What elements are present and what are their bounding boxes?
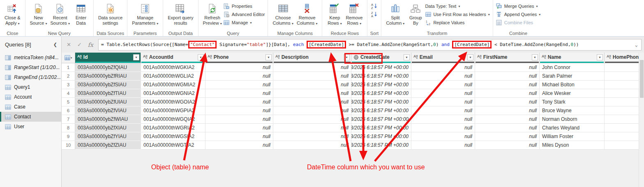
remove-rows-button[interactable]: RemoveRows ▾: [344, 1, 364, 27]
filter-dropdown-button[interactable]: ▼: [133, 54, 139, 60]
cell-homephone[interactable]: [605, 81, 644, 89]
cell-homephone[interactable]: [605, 98, 644, 106]
cell-createddate[interactable]: 2/23/2026 6:18:57 PM +00:00: [351, 124, 411, 132]
cell-name[interactable]: John Connor: [540, 63, 605, 72]
cell-homephone[interactable]: [605, 115, 644, 124]
split-column-button[interactable]: SplitColumn ▾: [384, 1, 406, 27]
cell-description[interactable]: null: [273, 98, 351, 106]
column-header-description[interactable]: ABCDescription▼: [273, 53, 351, 63]
column-header-homephone[interactable]: ABCHomePhone▼: [605, 53, 644, 63]
data-source-settings-button[interactable]: Data sourcesettings: [97, 1, 124, 27]
cell-firstname[interactable]: null: [475, 132, 540, 141]
cell-name[interactable]: Sarah Palmer: [540, 72, 605, 81]
cell-firstname[interactable]: null: [475, 106, 540, 115]
cell-id[interactable]: 003As00000ybZfYIAU: [75, 132, 141, 141]
cell-createddate[interactable]: 2/23/2026 6:18:57 PM +00:00: [351, 81, 411, 89]
remove-columns-button[interactable]: RemoveColumns ▾: [295, 1, 319, 27]
filter-dropdown-button[interactable]: ▼: [265, 54, 272, 60]
formula-expand-icon[interactable]: ⌄: [635, 42, 638, 48]
cell-homephone[interactable]: [605, 141, 644, 150]
cell-id[interactable]: 003As00000ybZfUIAU: [75, 98, 141, 106]
filter-dropdown-button[interactable]: ▼: [404, 54, 410, 60]
cell-accountid[interactable]: 001As00000thWGSIA2: [141, 132, 205, 141]
replace-values-button[interactable]: 12 Replace Values: [425, 19, 464, 26]
cell-phone[interactable]: null: [205, 132, 273, 141]
cell-accountid[interactable]: 001As00000thWGNIA2: [141, 89, 205, 98]
formula-input[interactable]: = Table.SelectRows(Source{[Name="Contact…: [98, 39, 642, 51]
cell-accountid[interactable]: 001As00000thWGOIA2: [141, 98, 205, 106]
cell-name[interactable]: Norman Osborn: [540, 115, 605, 124]
cell-email[interactable]: null: [411, 115, 475, 124]
sort-descending-button[interactable]: ZA: [371, 11, 377, 17]
refresh-preview-button[interactable]: RefreshPreview ▾: [201, 1, 224, 27]
cell-id[interactable]: 003As00000ybZfVIAU: [75, 106, 141, 115]
export-query-results-button[interactable]: Export queryresults: [166, 1, 195, 27]
append-queries-button[interactable]: Append Queries ▾: [496, 11, 541, 18]
cell-firstname[interactable]: null: [475, 72, 540, 81]
cell-email[interactable]: null: [411, 132, 475, 141]
cell-homephone[interactable]: [605, 63, 644, 72]
vertical-scrollbar[interactable]: [639, 53, 644, 187]
cell-accountid[interactable]: 001As00000thWGLIA2: [141, 72, 205, 81]
cell-id[interactable]: 003As00000ybZfWIAU: [75, 115, 141, 124]
use-first-row-as-headers-button[interactable]: Use First Row as Headers ▾: [425, 11, 489, 18]
cell-name[interactable]: Miles Dyson: [540, 141, 605, 150]
data-type-button[interactable]: Data Type: Text ▾: [425, 3, 460, 9]
sidebar-item-rangeend-1-1-202[interactable]: RangeEnd (1/1/202...: [0, 72, 61, 82]
properties-button[interactable]: Properties: [224, 3, 252, 9]
cell-phone[interactable]: null: [205, 141, 273, 150]
column-header-firstname[interactable]: ABCFirstName▼: [475, 53, 540, 63]
sidebar-item-case[interactable]: Case: [0, 102, 61, 112]
cell-phone[interactable]: null: [205, 124, 273, 132]
cell-name[interactable]: William Foster: [540, 132, 605, 141]
filter-dropdown-button[interactable]: ▼: [532, 54, 538, 60]
merge-queries-button[interactable]: Merge Queries ▾: [496, 3, 538, 9]
cell-createddate[interactable]: 2/23/2026 6:18:57 PM +00:00: [351, 132, 411, 141]
cell-phone[interactable]: null: [205, 89, 273, 98]
row-number[interactable]: 1: [62, 63, 75, 72]
manage-button[interactable]: Manage ▾: [224, 19, 252, 26]
cell-accountid[interactable]: 001As00000thWGTIA2: [141, 141, 205, 150]
cell-id[interactable]: 003As00000ybZfXIAU: [75, 124, 141, 132]
sidebar-item-metricatoken-n84[interactable]: metricaToken (n84...: [0, 53, 61, 62]
cell-accountid[interactable]: 001As00000thWGMIA2: [141, 81, 205, 89]
manage-parameters-button[interactable]: ManageParameters ▾: [130, 1, 160, 27]
row-number[interactable]: 2: [62, 72, 75, 81]
cell-name[interactable]: Charles Weyland: [540, 124, 605, 132]
cell-phone[interactable]: null: [205, 72, 273, 81]
cell-firstname[interactable]: null: [475, 89, 540, 98]
row-number[interactable]: 9: [62, 132, 75, 141]
cell-name[interactable]: Michael Bolton: [540, 81, 605, 89]
cell-homephone[interactable]: [605, 89, 644, 98]
cancel-formula-icon[interactable]: ✕: [67, 42, 71, 48]
cell-description[interactable]: null: [273, 106, 351, 115]
cell-createddate[interactable]: 2/23/2026 6:18:57 PM +00:00: [351, 106, 411, 115]
cell-firstname[interactable]: null: [475, 63, 540, 72]
cell-firstname[interactable]: null: [475, 98, 540, 106]
cell-name[interactable]: Tony Stark: [540, 98, 605, 106]
cell-homephone[interactable]: [605, 124, 644, 132]
sort-ascending-button[interactable]: AZ: [371, 3, 377, 9]
cell-email[interactable]: null: [411, 141, 475, 150]
cell-email[interactable]: null: [411, 106, 475, 115]
sidebar-item-rangestart-1-1-20[interactable]: RangeStart (1/1/20...: [0, 62, 61, 72]
advanced-editor-button[interactable]: Advanced Editor: [224, 11, 265, 18]
commit-formula-icon[interactable]: ✓: [77, 42, 82, 48]
new-source-button[interactable]: NewSource ▾: [28, 1, 49, 27]
cell-homephone[interactable]: [605, 106, 644, 115]
cell-phone[interactable]: null: [205, 98, 273, 106]
cell-description[interactable]: null: [273, 81, 351, 89]
row-number[interactable]: 6: [62, 106, 75, 115]
cell-phone[interactable]: null: [205, 115, 273, 124]
cell-email[interactable]: null: [411, 98, 475, 106]
column-header-phone[interactable]: ABCPhone▼: [205, 53, 273, 63]
cell-homephone[interactable]: [605, 72, 644, 81]
scrollbar-thumb[interactable]: [640, 60, 644, 98]
cell-id[interactable]: 003As00000ybZfSIAU: [75, 81, 141, 89]
cell-name[interactable]: Bruce Wayne: [540, 106, 605, 115]
sidebar-item-account[interactable]: Account: [0, 92, 61, 102]
cell-id[interactable]: 003As00000ybZfQIAU: [75, 63, 141, 72]
filter-dropdown-button[interactable]: ▼: [597, 54, 603, 60]
cell-phone[interactable]: null: [205, 106, 273, 115]
enter-data-button[interactable]: EnterData: [72, 1, 90, 27]
